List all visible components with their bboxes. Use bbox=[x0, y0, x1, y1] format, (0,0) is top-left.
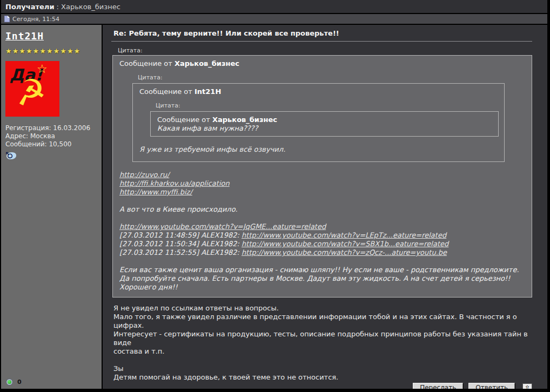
link-myffi[interactable]: http://www.myffi.biz/ bbox=[119, 188, 192, 196]
quote-box-outer: Сообщение от Харьков_бизнес Цитата: Сооб… bbox=[112, 55, 532, 298]
message-content: Re: Ребята, тему верните!! Или скорей вс… bbox=[103, 25, 547, 389]
quote-closing-text: Если вас также ценит ваша организация - … bbox=[119, 266, 526, 292]
reply-button[interactable]: Ответить bbox=[468, 383, 515, 392]
quote-label: Цитата: bbox=[138, 73, 526, 82]
youtube-link[interactable]: http://www.youtube.com/watch?v=zQcz-...a… bbox=[242, 248, 447, 256]
user-avatar[interactable]: Да! ☆ ☭ bbox=[5, 61, 59, 117]
kiev-text: А вот что в Киеве происходило. bbox=[119, 205, 526, 214]
recipients-value: : Харьков_бизнес bbox=[57, 3, 120, 11]
pm-view-window: Получатели : Харьков_бизнес Сегодня, 11:… bbox=[0, 0, 550, 392]
post-title: Re: Ребята, тему верните!! Или скорей вс… bbox=[112, 29, 532, 37]
youtube-link[interactable]: http://www.youtube.com/watch?v=JqGME...e… bbox=[119, 222, 326, 231]
user-address: Адрес: Москва bbox=[5, 132, 97, 140]
link-zuvo[interactable]: http://zuvo.ru/ bbox=[119, 171, 169, 179]
forward-button[interactable]: Переслать bbox=[413, 383, 463, 392]
post-count: Сообщений: 10,500 bbox=[5, 140, 97, 148]
quote-header: Сообщение от Харьков_бизнес bbox=[157, 116, 493, 124]
site-links: http://zuvo.ru/ http://ffi.kharkov.ua/ap… bbox=[119, 171, 526, 197]
action-bar: Переслать Ответить ⇧ bbox=[112, 382, 532, 392]
hammer-and-sickle-icon: ☭ bbox=[13, 73, 49, 111]
quote-box-inner: Сообщение от Харьков_бизнес Какая инфа в… bbox=[150, 111, 499, 137]
scroll-to-top-icon[interactable]: ⇧ bbox=[522, 383, 532, 392]
message-page-icon bbox=[4, 16, 10, 22]
youtube-link[interactable]: http://www.youtube.com/watch?v=SBX1b...e… bbox=[242, 240, 448, 248]
online-status-icon bbox=[6, 379, 12, 385]
attachment-count: 0 bbox=[17, 379, 22, 386]
quote-header: Сообщение от Int21H bbox=[139, 87, 499, 96]
date-bar: Сегодня, 11:54 bbox=[1, 14, 547, 25]
username-link[interactable]: Int21H bbox=[5, 30, 97, 42]
title-divider bbox=[111, 41, 532, 42]
registration-date: Регистрация: 16.03.2006 bbox=[5, 124, 97, 132]
chat-timestamp: [27.03.2012 11:48:59] ALEX1982: bbox=[119, 231, 242, 239]
quoted-reply-text: Я уже из требуемой инфы всё озвучил. bbox=[139, 145, 499, 154]
quote-label: Цитата: bbox=[118, 47, 532, 54]
youtube-link[interactable]: http://www.youtube.com/watch?v=LEpTz...e… bbox=[242, 231, 446, 239]
link-ffi-kharkov[interactable]: http://ffi.kharkov.ua/application bbox=[119, 179, 230, 187]
male-gender-icon: ♂ bbox=[5, 151, 17, 160]
recipients-bar: Получатели : Харьков_бизнес bbox=[1, 0, 547, 14]
quoted-username: Int21H bbox=[194, 87, 221, 96]
quote-header: Сообщение от Харьков_бизнес bbox=[119, 59, 526, 68]
quoted-username: Харьков_бизнес bbox=[212, 116, 277, 124]
video-links: http://www.youtube.com/watch?v=JqGME...e… bbox=[119, 222, 526, 257]
quote-box-middle: Сообщение от Int21H Цитата: Сообщение от… bbox=[132, 83, 505, 162]
chat-timestamp: [27.03.2012 11:50:34] ALEX1982: bbox=[119, 240, 242, 248]
post-body-text: Я не увидел по ссылкам ответы на вопросы… bbox=[112, 304, 532, 382]
user-info-panel: Int21H ★★★★★★★★★★★ Да! ☆ ☭ Регистрация: … bbox=[1, 25, 103, 389]
chat-timestamp: [27.03.2012 11:52:55] ALEX1982: bbox=[119, 248, 242, 256]
recipients-label: Получатели bbox=[5, 3, 55, 11]
quoted-username: Харьков_бизнес bbox=[175, 59, 239, 67]
message-date: Сегодня, 11:54 bbox=[12, 16, 59, 23]
quote-label: Цитата: bbox=[156, 102, 499, 110]
reputation-stars: ★★★★★★★★★★★ bbox=[5, 48, 97, 55]
quoted-text: Какая инфа вам нужна???? bbox=[157, 124, 493, 133]
